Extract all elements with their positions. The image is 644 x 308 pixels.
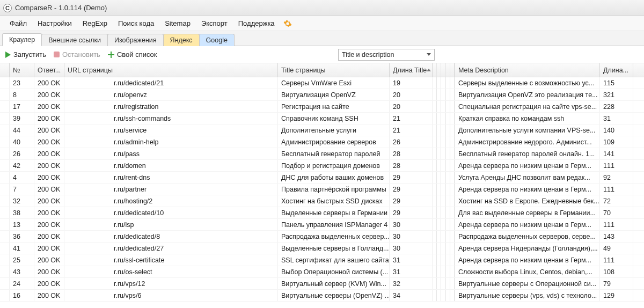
table-row[interactable]: 42200 OKr.ru/domenПодбор и регистрация д… <box>0 160 644 172</box>
cell-meta-length: 115 <box>600 77 633 89</box>
cell-title: Виртуализация OpenVZ <box>278 89 390 100</box>
table-row[interactable]: 39200 OKr.ru/ssh-commandsСправочник кома… <box>0 113 644 124</box>
col-answer[interactable]: Ответ... <box>34 63 64 77</box>
row-selector[interactable] <box>0 184 10 195</box>
menu-file[interactable]: Файл <box>5 17 31 30</box>
table-row[interactable]: 7200 OKr.ru/partnerПравила партнёрской п… <box>0 184 644 195</box>
col-url[interactable]: URL страницы <box>64 63 278 77</box>
table-row[interactable]: 13200 OKr.ru/ispПанель управления ISPMan… <box>0 219 644 231</box>
row-selector[interactable] <box>0 160 10 171</box>
table-row[interactable]: 41200 OKr.ru/dedicated/27Выделенные серв… <box>0 243 644 254</box>
table-row[interactable]: 32200 OKr.ru/hosting/2Хостинг на быстрых… <box>0 195 644 207</box>
row-selector[interactable] <box>0 113 10 124</box>
cell-title: Виртуальный сервер (KVM) Win... <box>278 278 390 289</box>
row-selector[interactable] <box>0 172 10 183</box>
gear-icon[interactable] <box>283 19 292 28</box>
row-selector[interactable] <box>0 77 10 89</box>
custom-list-label: Свой список <box>117 50 157 58</box>
cell-meta-length: 49 <box>600 243 633 254</box>
tab-google[interactable]: Google <box>199 34 235 46</box>
play-icon <box>5 52 11 58</box>
cell-meta-length: 72 <box>600 195 633 207</box>
cell-meta-length: 129 <box>600 290 633 301</box>
table-row[interactable]: 17200 OKr.ru/registrationРегистрация на … <box>0 101 644 113</box>
row-selector[interactable] <box>0 290 10 301</box>
row-selector[interactable] <box>0 195 10 207</box>
row-selector[interactable] <box>0 101 10 112</box>
cell-answer: 200 OK <box>34 160 64 171</box>
row-selector[interactable] <box>0 231 10 242</box>
col-meta[interactable]: Meta Description <box>455 63 600 77</box>
cell-spacer <box>433 148 455 159</box>
cell-spacer <box>433 243 455 254</box>
cell-title-length: 30 <box>390 243 433 254</box>
cell-url: r.ru/ssl-certificate <box>64 254 278 266</box>
cell-title-length: 20 <box>390 89 433 100</box>
start-button[interactable]: Запустить <box>5 50 46 58</box>
cell-spacer <box>433 290 455 301</box>
custom-list-button[interactable]: Свой список <box>108 50 157 58</box>
tab-images[interactable]: Изображения <box>107 34 164 46</box>
table-row[interactable]: 44200 OKr.ru/serviceДополнительные услуг… <box>0 124 644 136</box>
cell-url: r.ru/pass <box>64 148 278 159</box>
table-row[interactable]: 4200 OKr.ru/rent-dnsДНС для работы ваших… <box>0 172 644 184</box>
row-selector[interactable] <box>0 243 10 254</box>
table-row[interactable]: 24200 OKr.ru/vps/12Виртуальный сервер (K… <box>0 278 644 290</box>
tab-crawler[interactable]: Краулер <box>2 33 42 46</box>
col-meta-length[interactable]: Длина... <box>600 63 633 77</box>
cell-meta-length: 111 <box>600 184 633 195</box>
cell-meta-length: 111 <box>600 219 633 230</box>
cell-answer: 200 OK <box>34 124 64 136</box>
tab-yandex[interactable]: Яндекс <box>163 34 200 46</box>
cell-meta: Специальная регистрация на сайте vps-se.… <box>455 101 600 112</box>
row-selector[interactable] <box>0 266 10 277</box>
table-row[interactable]: 26200 OKr.ru/passБесплатный генератор па… <box>0 148 644 160</box>
cell-url: r.ru/vps/6 <box>64 290 278 301</box>
table-row[interactable]: 16200 OKr.ru/vps/6Виртуальные серверы (O… <box>0 290 644 302</box>
cell-num: 40 <box>10 136 34 148</box>
cell-meta-length: 79 <box>600 278 633 289</box>
row-selector[interactable] <box>0 148 10 159</box>
col-spacer[interactable] <box>433 63 455 77</box>
col-title[interactable]: Title страницы <box>278 63 390 77</box>
table-row[interactable]: 36200 OKr.ru/dedicated/8Распродажа выдел… <box>0 231 644 243</box>
col-title-length[interactable]: Длина Title <box>390 63 433 77</box>
cell-meta: Виртуализация OpenVZ это реализация те..… <box>455 89 600 100</box>
cell-spacer <box>433 231 455 242</box>
menu-settings[interactable]: Настройки <box>33 17 76 30</box>
cell-num: 44 <box>10 124 34 136</box>
col-num[interactable]: № <box>10 63 34 77</box>
cell-url: r.ru/service <box>64 124 278 136</box>
menu-codesearch[interactable]: Поиск кода <box>114 17 158 30</box>
row-selector[interactable] <box>0 124 10 136</box>
table-row[interactable]: 23200 OKr.ru/dedicated/21Серверы VmWare … <box>0 77 644 89</box>
table-row[interactable]: 38200 OKr.ru/dedicated/10Выделенные серв… <box>0 207 644 219</box>
row-selector[interactable] <box>0 89 10 100</box>
toolbar: Запустить Остановить Свой список Title и… <box>0 46 644 63</box>
table-row[interactable]: 43200 OKr.ru/os-selectВыбор Операционной… <box>0 266 644 278</box>
menu-export[interactable]: Экспорт <box>197 17 232 30</box>
cell-title: Выделенные серверы в Германии <box>278 207 390 218</box>
stop-button[interactable]: Остановить <box>54 50 100 58</box>
row-selector[interactable] <box>0 254 10 266</box>
cell-answer: 200 OK <box>34 231 64 242</box>
menu-support[interactable]: Поддержка <box>234 17 279 30</box>
cell-url: r.ru/hosting/2 <box>64 195 278 207</box>
table-row[interactable]: 25200 OKr.ru/ssl-certificateSSL сертифик… <box>0 254 644 266</box>
cell-url: r.ru/dedicated/8 <box>64 231 278 242</box>
cell-title-length: 31 <box>390 254 433 266</box>
table-row[interactable]: 40200 OKr.ru/admin-helpАдминистрирование… <box>0 136 644 148</box>
table-row[interactable]: 8200 OKr.ru/openvzВиртуализация OpenVZ20… <box>0 89 644 101</box>
cell-title-length: 29 <box>390 172 433 183</box>
row-selector[interactable] <box>0 136 10 148</box>
filter-select[interactable]: Title и description <box>338 49 435 61</box>
row-selector[interactable] <box>0 207 10 218</box>
cell-answer: 200 OK <box>34 101 64 112</box>
row-selector[interactable] <box>0 219 10 230</box>
tab-extlinks[interactable]: Внешние ссылки <box>41 34 108 46</box>
row-selector[interactable] <box>0 278 10 289</box>
row-selector-header[interactable] <box>0 63 10 77</box>
cell-num: 43 <box>10 266 34 277</box>
menu-sitemap[interactable]: Sitemap <box>160 17 195 30</box>
menu-regexp[interactable]: RegExp <box>78 17 112 30</box>
